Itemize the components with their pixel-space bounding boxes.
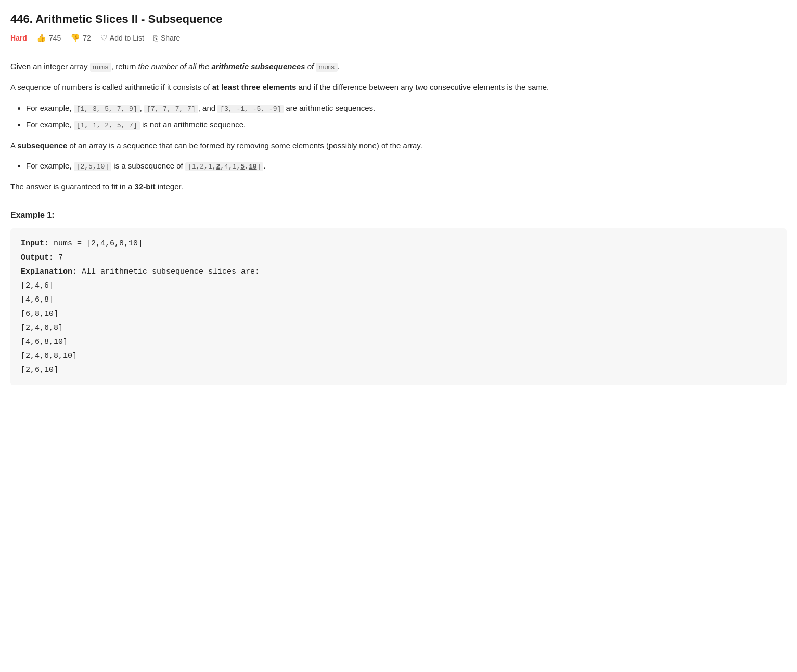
example-code-3: [3, -1, -5, -9] bbox=[217, 105, 284, 113]
example1-output-value: 7 bbox=[58, 253, 63, 262]
list-item: [2,6,10] bbox=[21, 363, 776, 377]
add-to-list-button[interactable]: ♡ Add to List bbox=[100, 33, 144, 43]
example-code-1: [1, 3, 5, 7, 9] bbox=[74, 105, 140, 113]
subseq-code-2: [1,2,1,2,4,1,5,10] bbox=[185, 162, 263, 171]
description-para3: A subsequence of an array is a sequence … bbox=[10, 139, 787, 152]
example1-slices: [2,4,6][4,6,8][6,8,10][2,4,6,8][4,6,8,10… bbox=[21, 279, 776, 377]
subsequence-examples-list: For example, [2,5,10] is a subsequence o… bbox=[10, 159, 787, 173]
list-item: [2,4,6,8] bbox=[21, 321, 776, 335]
example1-input-line: Input: nums = [2,4,6,8,10] bbox=[21, 237, 776, 251]
example-code-2: [7, 7, 7, 7] bbox=[144, 105, 198, 113]
example1-input-value: nums = [2,4,6,8,10] bbox=[54, 239, 143, 248]
list-item: [4,6,8,10] bbox=[21, 335, 776, 349]
downvote-button[interactable]: 👎 72 bbox=[70, 33, 91, 43]
problem-container: 446. Arithmetic Slices II - Subsequence … bbox=[10, 12, 787, 385]
heart-icon: ♡ bbox=[100, 33, 107, 43]
upvote-count: 745 bbox=[49, 34, 61, 42]
example-code-4: [1, 1, 2, 5, 7] bbox=[74, 121, 140, 130]
nums-code-2: nums bbox=[316, 63, 337, 72]
share-icon: ⎘ bbox=[153, 34, 158, 43]
example1-output-line: Output: 7 bbox=[21, 251, 776, 265]
subseq-code-1: [2,5,10] bbox=[74, 162, 111, 171]
example1-explanation-value: All arithmetic subsequence slices are: bbox=[82, 267, 260, 276]
example1-section: Example 1: Input: nums = [2,4,6,8,10] Ou… bbox=[10, 208, 787, 385]
list-item-arithmetic-2: For example, [1, 1, 2, 5, 7] is not an a… bbox=[26, 118, 787, 132]
problem-title: 446. Arithmetic Slices II - Subsequence bbox=[10, 12, 787, 26]
problem-content: Given an integer array nums, return the … bbox=[10, 60, 787, 385]
list-item: [2,4,6,8,10] bbox=[21, 349, 776, 363]
upvote-button[interactable]: 👍 745 bbox=[36, 33, 61, 43]
meta-row: Hard 👍 745 👎 72 ♡ Add to List ⎘ Share bbox=[10, 33, 787, 50]
nums-code-1: nums bbox=[90, 63, 111, 72]
list-item-arithmetic-1: For example, [1, 3, 5, 7, 9], [7, 7, 7, … bbox=[26, 101, 787, 115]
difficulty-badge: Hard bbox=[10, 34, 27, 42]
example1-block: Input: nums = [2,4,6,8,10] Output: 7 Exp… bbox=[10, 228, 787, 385]
thumbs-down-icon: 👎 bbox=[70, 33, 80, 43]
share-label: Share bbox=[161, 34, 180, 42]
description-para2: A sequence of numbers is called arithmet… bbox=[10, 81, 787, 94]
list-item: [2,4,6] bbox=[21, 279, 776, 293]
description-para4: The answer is guaranteed to fit in a 32-… bbox=[10, 180, 787, 193]
example1-explanation-line: Explanation: All arithmetic subsequence … bbox=[21, 265, 776, 279]
list-item: [6,8,10] bbox=[21, 307, 776, 321]
example1-title: Example 1: bbox=[10, 208, 787, 222]
add-to-list-label: Add to List bbox=[110, 34, 144, 42]
list-item-subseq-1: For example, [2,5,10] is a subsequence o… bbox=[26, 159, 787, 173]
downvote-count: 72 bbox=[83, 34, 91, 42]
arithmetic-examples-list: For example, [1, 3, 5, 7, 9], [7, 7, 7, … bbox=[10, 101, 787, 132]
list-item: [4,6,8] bbox=[21, 293, 776, 307]
thumbs-up-icon: 👍 bbox=[36, 33, 46, 43]
share-button[interactable]: ⎘ Share bbox=[153, 34, 180, 43]
description-para1: Given an integer array nums, return the … bbox=[10, 60, 787, 73]
